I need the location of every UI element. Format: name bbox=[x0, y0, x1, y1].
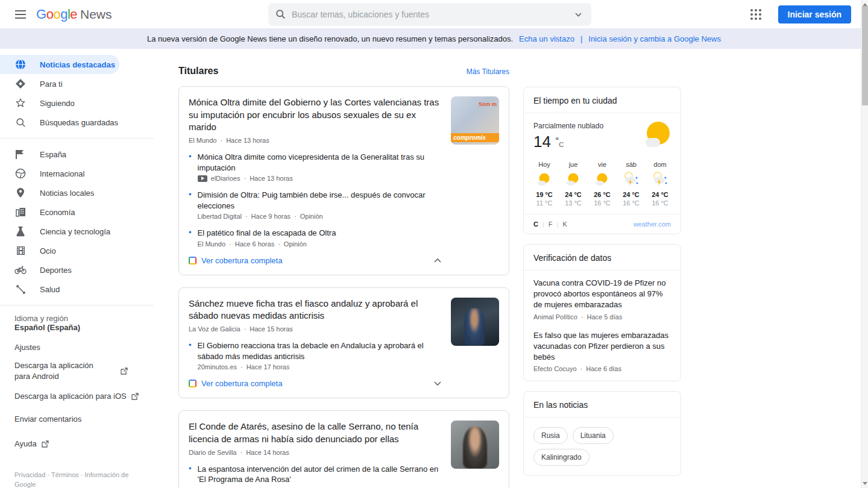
sidebar-item-para-ti[interactable]: Para ti bbox=[0, 74, 154, 93]
unit-fahrenheit[interactable]: F bbox=[549, 221, 553, 228]
related-article-title[interactable]: La espantosa intervención del autor del … bbox=[198, 464, 441, 485]
sidebar-item-noticias-destacadas[interactable]: Noticias destacadas bbox=[0, 55, 119, 74]
flag-icon bbox=[14, 149, 27, 160]
fact-check-headline[interactable]: Vacuna contra COVID-19 de Pfizer no prov… bbox=[533, 278, 671, 311]
sidebar-item-espana[interactable]: España bbox=[0, 145, 154, 164]
flask-icon bbox=[14, 227, 27, 237]
sunny-icon bbox=[588, 170, 617, 189]
fact-check-title: Verificación de datos bbox=[524, 245, 681, 271]
sunny-icon bbox=[559, 170, 588, 189]
article-time: Hace 13 horas bbox=[226, 137, 269, 144]
sidebar-divider bbox=[0, 305, 154, 305]
related-article: • La espantosa intervención del autor de… bbox=[189, 464, 441, 488]
sidebar-item-label: Noticias destacadas bbox=[40, 60, 115, 69]
search-input[interactable] bbox=[292, 10, 573, 19]
sidebar-item-siguiendo[interactable]: Siguiendo bbox=[0, 93, 154, 113]
globe-icon bbox=[14, 59, 27, 70]
article-time: Hace 13 horas bbox=[250, 175, 293, 182]
news-wordmark: News bbox=[80, 7, 112, 22]
article-thumbnail[interactable] bbox=[451, 421, 499, 469]
scroll-up-arrow-icon[interactable] bbox=[861, 0, 868, 6]
sidebar-item-label: Salud bbox=[40, 285, 60, 294]
article-source: El Mundo bbox=[198, 240, 225, 248]
related-article-title[interactable]: Dimisión de Oltra: Puig también debe irs… bbox=[198, 190, 441, 211]
sidebar-legal-links[interactable]: Privacidad · Términos · Información de G… bbox=[0, 454, 154, 488]
sidebar-link-download-ios[interactable]: Descarga la aplicación para iOS bbox=[0, 386, 154, 407]
collapse-chevron-up-icon[interactable] bbox=[434, 258, 441, 263]
sidebar-item-economia[interactable]: Economía bbox=[0, 202, 154, 222]
sidebar-link-help[interactable]: Ayuda bbox=[0, 434, 154, 454]
diamond-icon bbox=[14, 78, 27, 89]
sidebar-item-internacional[interactable]: Internacional bbox=[0, 164, 154, 183]
forecast-day: Hoy 19 °C 11 °C bbox=[530, 161, 559, 207]
article-source: La Voz de Galicia bbox=[189, 325, 241, 333]
topic-chip-kaliningrado[interactable]: Kaliningrado bbox=[533, 449, 590, 466]
full-coverage-icon bbox=[189, 257, 197, 264]
external-link-icon bbox=[42, 440, 49, 448]
forecast-day: jue 24 °C 13 °C bbox=[559, 161, 588, 207]
sidebar-item-ocio[interactable]: Ocio bbox=[0, 241, 154, 260]
video-icon bbox=[198, 175, 207, 182]
signin-button[interactable]: Iniciar sesión bbox=[778, 5, 851, 23]
sidebar-item-ajustes[interactable]: Ajustes bbox=[0, 339, 154, 355]
sidebar-link-download-android[interactable]: Descarga la aplicación para Android bbox=[0, 355, 154, 386]
building-icon bbox=[14, 207, 27, 217]
sidebar-item-busquedas-guardadas[interactable]: Búsquedas guardadas bbox=[0, 113, 154, 132]
sidebar-item-noticias-locales[interactable]: Noticias locales bbox=[0, 183, 154, 202]
unit-kelvin[interactable]: K bbox=[562, 221, 567, 228]
topic-chip-rusia[interactable]: Rusia bbox=[533, 427, 568, 444]
film-strip-icon bbox=[14, 246, 27, 255]
expand-chevron-down-icon[interactable] bbox=[434, 381, 441, 386]
sidebar-item-label: Ocio bbox=[40, 246, 56, 255]
storm-icon bbox=[646, 170, 675, 189]
article-source: El Mundo bbox=[189, 137, 216, 144]
fact-check-widget: Verificación de datos Vacuna contra COVI… bbox=[523, 244, 681, 381]
banner-switch-link[interactable]: Inicia sesión y cambia a Google News bbox=[588, 34, 721, 43]
related-article: • El patético final de la escapada de Ol… bbox=[189, 228, 441, 248]
google-news-logo[interactable]: Google News bbox=[36, 7, 112, 22]
weather-provider-link[interactable]: weather.com bbox=[634, 221, 671, 228]
sidebar-item-ciencia-tecnologia[interactable]: Ciencia y tecnología bbox=[0, 222, 154, 241]
full-coverage-icon bbox=[189, 380, 197, 387]
banner-message: La nueva versión de Google News tiene un… bbox=[147, 34, 513, 43]
article-time: Hace 15 horas bbox=[250, 325, 293, 333]
article-thumbnail[interactable] bbox=[451, 298, 499, 346]
article-headline[interactable]: El Conde de Atarés, asesino de la calle … bbox=[189, 421, 441, 445]
article-source: Libertad Digital bbox=[198, 213, 242, 220]
weather-widget: El tiempo en tu ciudad Parcialmente nubl… bbox=[523, 87, 681, 234]
article-thumbnail[interactable]: Som m compromis bbox=[451, 96, 499, 145]
topic-chip-lituania[interactable]: Lituania bbox=[573, 427, 614, 444]
google-apps-grid-icon[interactable] bbox=[746, 4, 766, 25]
banner-preview-link[interactable]: Echa un vistazo bbox=[519, 34, 574, 43]
scroll-down-arrow-icon[interactable] bbox=[861, 482, 868, 488]
sidebar-link-feedback[interactable]: Enviar comentarios bbox=[0, 409, 154, 430]
sidebar-item-label: Ciencia y tecnología bbox=[40, 227, 110, 236]
article-time: Hace 6 horas bbox=[235, 240, 274, 248]
fact-check-headline[interactable]: Es falso que las mujeres embarazadas vac… bbox=[533, 330, 671, 363]
related-article-title[interactable]: El Gobierno reacciona tras la debacle en… bbox=[198, 340, 441, 361]
article-headline[interactable]: Sánchez mueve ficha tras el fiasco andal… bbox=[189, 298, 441, 322]
more-headlines-link[interactable]: Más Titulares bbox=[467, 67, 509, 76]
section-title: Titulares bbox=[178, 66, 218, 77]
unit-celsius[interactable]: C bbox=[533, 221, 538, 228]
search-dropdown-caret-icon[interactable] bbox=[573, 7, 584, 21]
related-article-title[interactable]: El patético final de la escapada de Oltr… bbox=[198, 228, 441, 239]
sidebar-item-label: Economía bbox=[40, 208, 75, 217]
related-article-title[interactable]: Mónica Oltra dimite como vicepresidenta … bbox=[198, 152, 441, 173]
related-article: • El Gobierno reacciona tras la debacle … bbox=[189, 340, 441, 371]
sidebar-item-label: Noticias locales bbox=[40, 189, 94, 198]
article-source: Animal Político bbox=[533, 313, 577, 321]
scrollbar-thumb[interactable] bbox=[862, 6, 868, 105]
sunny-icon bbox=[644, 122, 671, 148]
article-time: Hace 5 días bbox=[587, 313, 622, 321]
article-headline[interactable]: Mónica Oltra dimite del Gobierno y las C… bbox=[189, 96, 441, 134]
sidebar-item-salud[interactable]: Salud bbox=[0, 280, 154, 299]
news-card: Sánchez mueve ficha tras el fiasco andal… bbox=[178, 287, 509, 398]
sidebar-item-label: Búsquedas guardadas bbox=[40, 118, 118, 127]
hamburger-menu-icon[interactable] bbox=[10, 4, 31, 25]
language-region-setting[interactable]: Idioma y región Español (España) bbox=[0, 311, 154, 334]
page-scrollbar[interactable] bbox=[861, 0, 868, 488]
full-coverage-link[interactable]: Ver cobertura completa bbox=[189, 256, 282, 265]
full-coverage-link[interactable]: Ver cobertura completa bbox=[189, 379, 282, 388]
sidebar-item-deportes[interactable]: Deportes bbox=[0, 260, 154, 280]
